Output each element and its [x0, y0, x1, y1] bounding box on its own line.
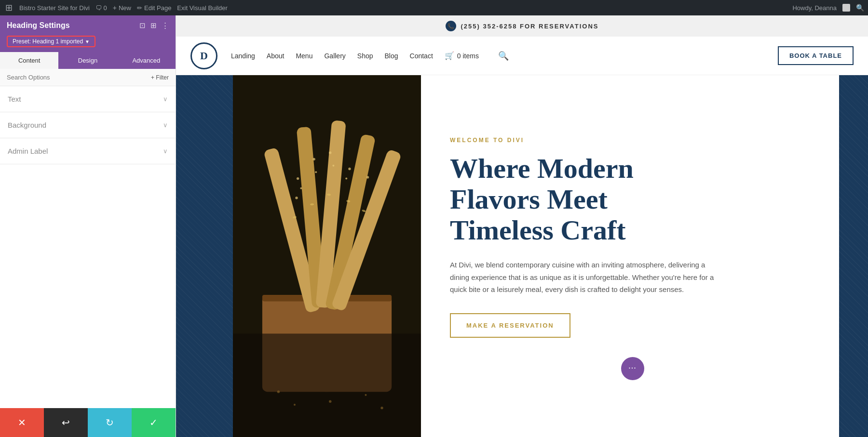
hero-left-background	[176, 75, 233, 437]
more-options-icon[interactable]: ⋮	[162, 21, 169, 30]
svg-point-26	[277, 390, 280, 393]
accordion-text: Text ∨	[0, 86, 176, 112]
hero-body-text: At Divi, we blend contemporary cuisine w…	[450, 259, 720, 296]
hero-heading-line1: Where Modern	[450, 153, 634, 184]
svg-point-10	[297, 177, 299, 180]
svg-point-28	[329, 400, 331, 403]
avatar	[842, 4, 850, 12]
accordion-background-arrow: ∨	[163, 121, 168, 129]
search-options-input[interactable]	[7, 74, 151, 81]
sidebar-header: Heading Settings ⊡ ⊞ ⋮	[0, 15, 176, 34]
admin-bar: ⊞ Bistro Starter Site for Divi 🗨 0 + New…	[0, 0, 868, 15]
nav-search-button[interactable]: 🔍	[498, 51, 509, 61]
svg-point-19	[366, 176, 369, 178]
cancel-button[interactable]: ✕	[0, 408, 44, 437]
svg-point-18	[345, 178, 347, 180]
undo-icon: ↩	[62, 417, 70, 428]
svg-point-30	[380, 407, 383, 409]
cart-icon: 🛒	[445, 51, 454, 60]
accordion-text-label: Text	[8, 95, 21, 103]
accordion-text-header[interactable]: Text ∨	[0, 86, 176, 112]
svg-point-14	[315, 171, 317, 173]
hero-text-area: WELCOME TO DIVI Where Modern Flavors Mee…	[421, 75, 839, 437]
svg-point-13	[312, 158, 315, 160]
hero-heading: Where Modern Flavors Meet Timeless Craft	[450, 153, 815, 245]
svg-point-16	[332, 165, 334, 167]
accordion-background: Background ∨	[0, 112, 176, 138]
site-logo[interactable]: D	[190, 42, 217, 69]
cart-items-count: 0 items	[457, 52, 479, 60]
reservation-button[interactable]: MAKE A RESERVATION	[450, 313, 570, 338]
search-bar: + Filter	[0, 69, 176, 86]
nav-bar: D Landing About Menu Gallery Shop Blog C…	[176, 37, 868, 75]
hero-right-background	[839, 75, 868, 437]
preset-dropdown[interactable]: Preset: Heading 1 imported ▼	[7, 36, 95, 47]
howdy-label: Howdy, Deanna	[792, 4, 837, 12]
nav-link-shop[interactable]: Shop	[357, 52, 373, 60]
accordion-background-header[interactable]: Background ∨	[0, 112, 176, 138]
preset-bar: Preset: Heading 1 imported ▼	[0, 34, 176, 52]
columns-icon[interactable]: ⊞	[150, 21, 157, 30]
tab-design[interactable]: Design	[58, 52, 117, 69]
site-name-link[interactable]: Bistro Starter Site for Divi	[19, 4, 90, 12]
sidebar: Heading Settings ⊡ ⊞ ⋮ Preset: Heading 1…	[0, 15, 176, 437]
sidebar-header-icons: ⊡ ⊞ ⋮	[139, 21, 169, 30]
sidebar-title: Heading Settings	[7, 21, 70, 30]
svg-point-15	[329, 151, 331, 154]
svg-rect-25	[233, 333, 421, 437]
save-icon: ✓	[149, 417, 158, 428]
phone-number: (255) 352-6258 FOR RESERVATIONS	[461, 23, 599, 30]
preset-label: Preset: Heading 1 imported	[13, 38, 83, 45]
hero-heading-line3: Timeless Craft	[450, 214, 626, 246]
svg-point-29	[365, 394, 366, 396]
redo-icon: ↻	[106, 417, 114, 428]
more-button[interactable]: ···	[621, 357, 644, 380]
nav-link-landing[interactable]: Landing	[231, 52, 255, 60]
cart-area[interactable]: 🛒 0 items	[445, 51, 479, 60]
svg-point-12	[295, 197, 298, 199]
new-link[interactable]: + New	[113, 4, 131, 12]
accordion-admin-label-arrow: ∨	[163, 147, 168, 155]
accordion-admin-label: Admin Label ∨	[0, 138, 176, 164]
hero-food-image	[233, 75, 421, 437]
accordion-admin-label-text: Admin Label	[8, 147, 48, 155]
nav-links: Landing About Menu Gallery Shop Blog Con…	[231, 51, 766, 61]
accordion-background-label: Background	[8, 121, 46, 129]
undo-button[interactable]: ↩	[44, 408, 88, 437]
nav-link-blog[interactable]: Blog	[385, 52, 398, 60]
phone-bar: 📞 (255) 352-6258 FOR RESERVATIONS	[176, 15, 868, 37]
content-area: 📞 (255) 352-6258 FOR RESERVATIONS D Land…	[176, 15, 868, 437]
nav-link-about[interactable]: About	[267, 52, 285, 60]
redo-button[interactable]: ↻	[88, 408, 132, 437]
edit-page-link[interactable]: ✏ Edit Page	[137, 4, 171, 12]
tab-content[interactable]: Content	[0, 52, 58, 69]
hero-heading-line2: Flavors Meet	[450, 184, 608, 215]
svg-point-11	[300, 187, 302, 189]
hero-section: WELCOME TO DIVI Where Modern Flavors Mee…	[176, 75, 868, 437]
book-table-button[interactable]: BOOK A TABLE	[778, 46, 854, 65]
responsive-icon[interactable]: ⊡	[139, 21, 146, 30]
admin-search-icon[interactable]: 🔍	[856, 4, 864, 12]
save-button[interactable]: ✓	[132, 408, 176, 437]
more-button-area: ···	[450, 357, 815, 380]
exit-builder-link[interactable]: Exit Visual Builder	[177, 4, 228, 12]
sidebar-tabs: Content Design Advanced	[0, 52, 176, 69]
nav-link-contact[interactable]: Contact	[410, 52, 433, 60]
nav-link-menu[interactable]: Menu	[296, 52, 312, 60]
accordion-admin-label-header[interactable]: Admin Label ∨	[0, 138, 176, 164]
wp-logo-icon[interactable]: ⊞	[4, 3, 14, 13]
filter-button[interactable]: + Filter	[151, 74, 169, 81]
accordion-text-arrow: ∨	[163, 95, 168, 103]
svg-point-17	[348, 168, 351, 170]
svg-point-27	[294, 404, 296, 406]
preset-dropdown-arrow: ▼	[85, 39, 90, 44]
welcome-label: WELCOME TO DIVI	[450, 137, 815, 144]
nav-link-gallery[interactable]: Gallery	[324, 52, 345, 60]
tab-advanced[interactable]: Advanced	[117, 52, 176, 69]
comments-link[interactable]: 🗨 0	[95, 4, 107, 12]
sidebar-toolbar: ✕ ↩ ↻ ✓	[0, 408, 176, 437]
phone-icon: 📞	[446, 21, 456, 31]
main-layout: Heading Settings ⊡ ⊞ ⋮ Preset: Heading 1…	[0, 15, 868, 437]
cancel-icon: ✕	[18, 417, 26, 428]
